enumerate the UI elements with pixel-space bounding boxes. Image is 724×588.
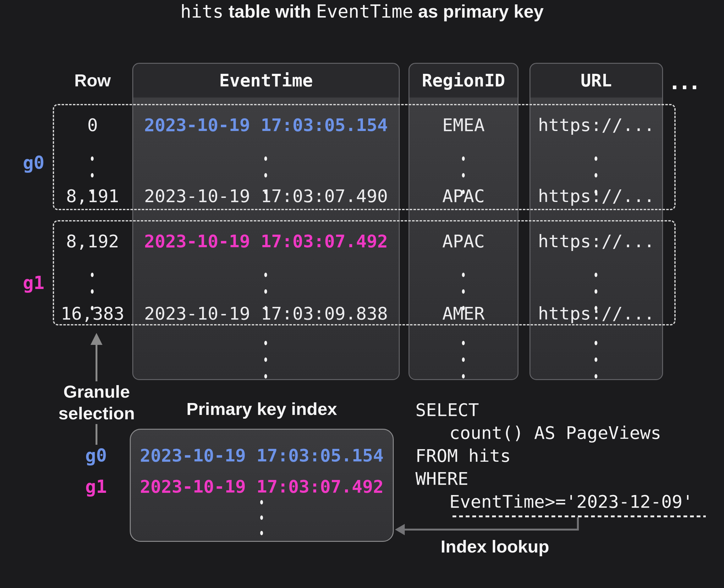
- cell-regionid: AMER: [409, 302, 518, 325]
- cell-row-number: 0: [53, 114, 132, 136]
- cell-url: https://...: [530, 185, 663, 207]
- column-header-regionid: RegionID: [410, 64, 518, 97]
- title-text-1: table with: [223, 1, 316, 22]
- sql-count-line: count() AS PageViews: [415, 421, 693, 444]
- cell-url: https://...: [530, 114, 663, 136]
- cell-row-number: 8,192: [53, 230, 132, 253]
- sql-where-line: WHERE: [415, 467, 693, 490]
- granule-selection-connector-line: [96, 424, 98, 445]
- title-primary-key-column: EventTime: [316, 1, 413, 22]
- cell-regionid: EMEA: [409, 114, 518, 136]
- title-table-name: hits: [180, 1, 223, 22]
- granule-g0-label: g0: [13, 153, 54, 173]
- cell-row-number: 16,383: [53, 302, 132, 325]
- granule-g1-label: g1: [13, 273, 54, 293]
- vertical-ellipsis-icon: [264, 341, 267, 378]
- diagram-canvas: hits table with EventTime as primary key…: [0, 0, 724, 588]
- row-column-header: Row: [53, 71, 132, 90]
- cell-row-number: 8,191: [53, 185, 132, 207]
- pk-granule-g0-label: g0: [60, 444, 107, 466]
- pk-entry-eventtime: 2023-10-19 17:03:07.492: [130, 476, 394, 498]
- granule-selection-label: Granule selection: [24, 381, 170, 424]
- pk-entry-eventtime: 2023-10-19 17:03:05.154: [130, 444, 394, 466]
- sql-from-line: FROM hits: [415, 444, 693, 467]
- vertical-ellipsis-icon: [595, 341, 597, 378]
- cell-eventtime: 2023-10-19 17:03:07.490: [132, 185, 400, 207]
- sql-predicate-line: EventTime>='2023-12-09': [415, 490, 693, 513]
- cell-eventtime: 2023-10-19 17:03:07.492: [132, 230, 400, 253]
- title-text-2: as primary key: [413, 1, 544, 22]
- index-lookup-connector-horizontal: [404, 529, 579, 530]
- column-header-eventtime: EventTime: [133, 64, 399, 97]
- up-arrow-line: [96, 344, 98, 381]
- sql-select-line: SELECT: [415, 398, 693, 421]
- up-arrow-icon: [90, 333, 102, 345]
- cell-eventtime: 2023-10-19 17:03:09.838: [132, 302, 400, 325]
- pk-granule-g1-label: g1: [60, 476, 107, 498]
- granule-selection-line1: Granule: [24, 381, 170, 402]
- cell-eventtime: 2023-10-19 17:03:05.154: [132, 114, 400, 136]
- cell-url: https://...: [530, 302, 663, 325]
- cell-regionid: APAC: [409, 185, 518, 207]
- index-lookup-label: Index lookup: [418, 536, 572, 558]
- vertical-ellipsis-icon: [260, 500, 263, 535]
- left-arrow-icon: [395, 524, 405, 535]
- more-columns-ellipsis: ...: [671, 70, 724, 92]
- cell-url: https://...: [530, 230, 663, 253]
- granule-selection-line2: selection: [24, 402, 170, 424]
- sql-query: SELECT count() AS PageViews FROM hits WH…: [415, 398, 693, 513]
- column-header-url: URL: [531, 64, 662, 97]
- diagram-title: hits table with EventTime as primary key: [0, 0, 724, 23]
- index-lookup-connector-vertical: [577, 517, 579, 530]
- cell-regionid: APAC: [409, 230, 518, 253]
- vertical-ellipsis-icon: [462, 341, 465, 378]
- predicate-dashed-underline: [453, 516, 706, 517]
